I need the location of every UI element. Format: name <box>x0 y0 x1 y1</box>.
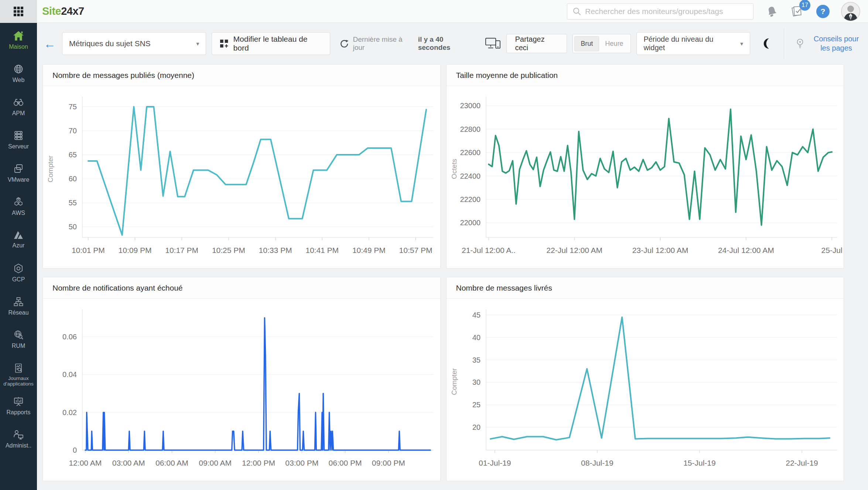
svg-text:0: 0 <box>73 446 77 454</box>
svg-text:75: 75 <box>69 103 77 111</box>
tasks-button[interactable]: 17 <box>790 3 805 20</box>
dark-mode-moon-icon[interactable] <box>761 37 773 50</box>
widget-title: Nombre de messages publiés (moyenne) <box>52 71 194 80</box>
svg-text:10:41 PM: 10:41 PM <box>305 246 339 254</box>
edit-dashboard-button[interactable]: Modifier le tableau de bord <box>212 32 330 55</box>
svg-text:10:25 PM: 10:25 PM <box>212 246 245 254</box>
toolbar-divider <box>784 28 784 59</box>
edit-dashboard-icon <box>219 39 229 48</box>
toggle-raw[interactable]: Brut <box>574 36 599 51</box>
azure-icon <box>13 230 24 240</box>
site24x7-logo[interactable]: Site24x7 <box>42 5 84 17</box>
svg-text:06:00 PM: 06:00 PM <box>329 459 362 467</box>
svg-text:50: 50 <box>69 223 77 231</box>
svg-text:0.06: 0.06 <box>62 333 77 341</box>
devices-icon[interactable] <box>485 37 501 50</box>
svg-text:22200: 22200 <box>460 195 481 203</box>
top-bar: Site24x7 <box>0 0 868 23</box>
last-update-label: Dernière mise à jour <box>353 35 414 52</box>
svg-text:10:09 PM: 10:09 PM <box>119 246 152 254</box>
sidebar-item-reseau[interactable]: Réseau <box>0 296 37 329</box>
svg-text:15-Jul-19: 15-Jul-19 <box>683 459 716 467</box>
user-avatar[interactable] <box>841 1 861 21</box>
rum-globe-magnifier-icon <box>13 329 24 340</box>
svg-text:10:33 PM: 10:33 PM <box>259 246 292 254</box>
chart-notifications-echouees[interactable]: 00.020.040.0612:00 AM03:00 AM06:00 AM09:… <box>43 303 440 477</box>
chart-messages-publies[interactable]: 50556065707510:01 PM10:09 PM10:17 PM10:2… <box>43 90 440 264</box>
search-icon <box>573 7 581 16</box>
search-box[interactable] <box>567 3 753 20</box>
chart-messages-livres[interactable]: 20253035404501-Jul-1908-Jul-1915-Jul-192… <box>447 303 844 477</box>
dashboard-select[interactable]: Métriques du sujet SNS ▾ <box>62 32 206 55</box>
svg-text:10:57 PM: 10:57 PM <box>399 246 433 254</box>
svg-text:22-Jul 12:00 AM: 22-Jul 12:00 AM <box>546 246 602 254</box>
sidebar-nav: Maison Web APM <box>0 23 37 490</box>
svg-text:22600: 22600 <box>460 148 481 157</box>
sidebar-item-serveur[interactable]: Serveur <box>0 130 37 163</box>
svg-text:10:01 PM: 10:01 PM <box>72 246 105 254</box>
svg-text:08-Jul-19: 08-Jul-19 <box>581 459 614 467</box>
server-icon <box>13 130 24 141</box>
vmware-icon <box>13 163 24 174</box>
svg-text:10:49 PM: 10:49 PM <box>352 246 386 254</box>
sidebar-item-administration[interactable]: Administ.. <box>0 429 37 462</box>
svg-text:21-Jul 12:00 A..: 21-Jul 12:00 A.. <box>461 246 515 254</box>
sidebar-item-aws[interactable]: AWS <box>0 196 37 230</box>
svg-text:70: 70 <box>69 127 77 135</box>
svg-text:35: 35 <box>472 356 480 364</box>
help-button[interactable]: ? <box>816 5 830 18</box>
svg-text:20: 20 <box>472 423 480 431</box>
svg-text:Compter: Compter <box>450 368 458 395</box>
widget-taille-publication: Taille moyenne de publication 2200022200… <box>446 64 844 268</box>
toggle-hour[interactable]: Heure <box>599 37 629 51</box>
share-button[interactable]: Partagez ceci <box>506 34 567 53</box>
notification-count-badge: 17 <box>799 0 810 11</box>
app-logs-icon <box>13 363 24 374</box>
sidebar-item-azur[interactable]: Azur <box>0 230 37 263</box>
refresh-icon[interactable] <box>339 39 349 49</box>
svg-text:03:00 AM: 03:00 AM <box>112 459 145 467</box>
last-update-value: il y a 40 secondes <box>418 35 476 52</box>
svg-text:22000: 22000 <box>460 219 481 227</box>
back-arrow-button[interactable]: ← <box>44 38 56 50</box>
svg-text:60: 60 <box>69 175 77 183</box>
svg-text:22-Jul-19: 22-Jul-19 <box>786 459 818 467</box>
globe-icon <box>13 64 24 75</box>
dashboard-grid: Nombre de messages publiés (moyenne) 505… <box>37 64 868 490</box>
bell-icon[interactable] <box>765 5 779 18</box>
svg-text:10:17 PM: 10:17 PM <box>165 246 198 254</box>
dashboard-select-value: Métriques du sujet SNS <box>69 39 151 48</box>
svg-text:45: 45 <box>472 311 480 319</box>
svg-text:23-Jul 12:00 AM: 23-Jul 12:00 AM <box>632 246 688 254</box>
widget-title: Taille moyenne de publication <box>456 71 558 80</box>
sidebar-item-journaux-applications[interactable]: Journaux d'applications <box>0 363 37 396</box>
widget-title: Nombre de notifications ayant échoué <box>52 284 183 292</box>
sidebar-item-rapports[interactable]: Rapports <box>0 396 37 429</box>
svg-text:09:00 PM: 09:00 PM <box>372 459 405 467</box>
widget-title: Nombre de messages livrés <box>456 284 552 292</box>
svg-text:01-Jul-19: 01-Jul-19 <box>478 459 511 467</box>
chart-taille-publication[interactable]: 22000222002240022600228002300021-Jul 12:… <box>447 90 844 264</box>
widget-messages-publies: Nombre de messages publiés (moyenne) 505… <box>42 64 441 268</box>
sidebar-item-web[interactable]: Web <box>0 64 37 97</box>
svg-text:30: 30 <box>472 378 480 386</box>
svg-text:22400: 22400 <box>460 172 481 180</box>
svg-text:0.02: 0.02 <box>62 408 77 417</box>
raw-hour-toggle: Brut Heure <box>573 34 631 53</box>
admin-icon <box>13 429 24 440</box>
binoculars-icon <box>13 97 24 108</box>
svg-text:65: 65 <box>69 151 77 159</box>
sidebar-item-rum[interactable]: RUM <box>0 329 37 363</box>
widget-period-select[interactable]: Période du niveau du widget ▾ <box>636 32 750 55</box>
page-tips-link[interactable]: Conseils pour les pages <box>795 34 864 53</box>
aws-cubes-icon <box>13 196 24 208</box>
sidebar-item-gcp[interactable]: GCP <box>0 263 37 296</box>
sidebar-item-apm[interactable]: APM <box>0 97 37 130</box>
sidebar-item-maison[interactable]: Maison <box>0 30 37 64</box>
search-input[interactable] <box>585 7 748 16</box>
svg-text:40: 40 <box>472 333 480 342</box>
svg-text:23000: 23000 <box>460 102 481 110</box>
svg-text:22800: 22800 <box>460 125 481 133</box>
sidebar-item-vmware[interactable]: VMware <box>0 163 37 196</box>
app-grid-button[interactable] <box>0 0 37 23</box>
